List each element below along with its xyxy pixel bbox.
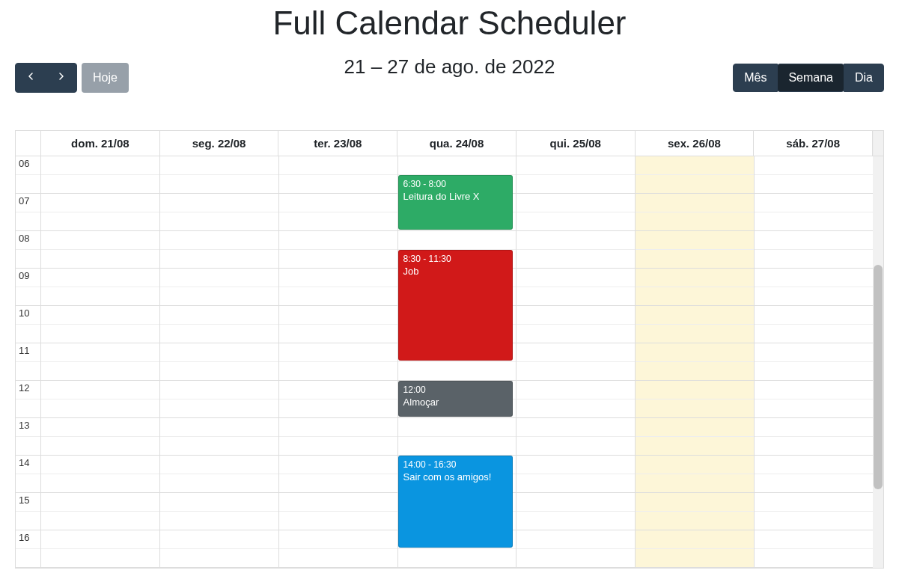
time-label-10: 10 xyxy=(16,306,40,319)
event-time: 6:30 - 8:00 xyxy=(403,178,508,190)
event-time: 12:00 xyxy=(403,384,508,396)
day-header-thu[interactable]: qui. 25/08 xyxy=(516,131,636,156)
time-label-12: 12 xyxy=(16,381,40,393)
event-title: Almoçar xyxy=(403,396,439,408)
calendar-header-row: dom. 21/08seg. 22/08ter. 23/08qua. 24/08… xyxy=(15,130,884,156)
event-title: Leitura do Livre X xyxy=(403,191,480,202)
chevron-left-icon xyxy=(26,70,35,85)
time-label-11: 11 xyxy=(16,343,40,356)
time-axis: 0607080910111213141516 xyxy=(16,156,41,568)
day-header-sat[interactable]: sáb. 27/08 xyxy=(754,131,873,156)
calendar-grid[interactable]: 6:30 - 8:00Leitura do Livre X8:30 - 11:3… xyxy=(41,156,873,568)
toolbar: 21 – 27 de ago. de 2022 Hoje Mês S xyxy=(15,55,884,100)
event-time: 8:30 - 11:30 xyxy=(403,253,508,265)
day-header-wed[interactable]: qua. 24/08 xyxy=(397,131,516,156)
view-day-button[interactable]: Dia xyxy=(844,64,884,92)
today-button[interactable]: Hoje xyxy=(82,63,129,93)
chevron-right-icon xyxy=(57,70,66,85)
prev-next-group xyxy=(15,63,77,93)
time-label-14: 14 xyxy=(16,456,40,468)
calendar-body: 0607080910111213141516 6:30 - 8:00Leitur… xyxy=(15,156,884,569)
scrollbar-track[interactable] xyxy=(873,156,883,568)
time-label-16: 16 xyxy=(16,530,40,543)
page-title: Full Calendar Scheduler xyxy=(15,4,884,42)
scrollbar-spacer xyxy=(873,131,883,156)
event-title: Job xyxy=(403,266,419,277)
time-label-06: 06 xyxy=(16,156,40,169)
time-label-09: 09 xyxy=(16,269,40,281)
next-button[interactable] xyxy=(46,63,77,93)
day-header-tue[interactable]: ter. 23/08 xyxy=(278,131,397,156)
event-time: 14:00 - 16:30 xyxy=(403,459,508,471)
toolbar-left: Hoje xyxy=(15,63,129,93)
toolbar-right: Mês Semana Dia xyxy=(733,64,884,92)
day-header-mon[interactable]: seg. 22/08 xyxy=(160,131,279,156)
time-label-08: 08 xyxy=(16,231,40,244)
day-col-sat[interactable] xyxy=(755,156,873,568)
event-title: Sair com os amigos! xyxy=(403,471,492,483)
day-header-sun[interactable]: dom. 21/08 xyxy=(41,131,160,156)
time-label-13: 13 xyxy=(16,418,40,431)
time-label-15: 15 xyxy=(16,493,40,506)
event-1[interactable]: 8:30 - 11:30Job xyxy=(398,250,514,361)
day-col-thu[interactable] xyxy=(516,156,636,568)
day-col-fri[interactable] xyxy=(636,156,755,568)
prev-button[interactable] xyxy=(15,63,46,93)
scrollbar-thumb[interactable] xyxy=(874,265,883,489)
event-0[interactable]: 6:30 - 8:00Leitura do Livre X xyxy=(398,175,514,230)
day-col-sun[interactable] xyxy=(41,156,160,568)
day-header-fri[interactable]: sex. 26/08 xyxy=(636,131,755,156)
view-month-button[interactable]: Mês xyxy=(733,64,778,92)
view-switch: Mês Semana Dia xyxy=(733,64,884,92)
time-axis-spacer xyxy=(16,131,41,156)
day-col-wed[interactable]: 6:30 - 8:00Leitura do Livre X8:30 - 11:3… xyxy=(398,156,517,568)
day-col-mon[interactable] xyxy=(160,156,279,568)
calendar: dom. 21/08seg. 22/08ter. 23/08qua. 24/08… xyxy=(15,130,884,569)
event-3[interactable]: 14:00 - 16:30Sair com os amigos! xyxy=(398,456,514,548)
time-label-07: 07 xyxy=(16,194,40,206)
day-col-tue[interactable] xyxy=(279,156,398,568)
event-2[interactable]: 12:00Almoçar xyxy=(398,381,514,417)
view-week-button[interactable]: Semana xyxy=(777,64,844,92)
